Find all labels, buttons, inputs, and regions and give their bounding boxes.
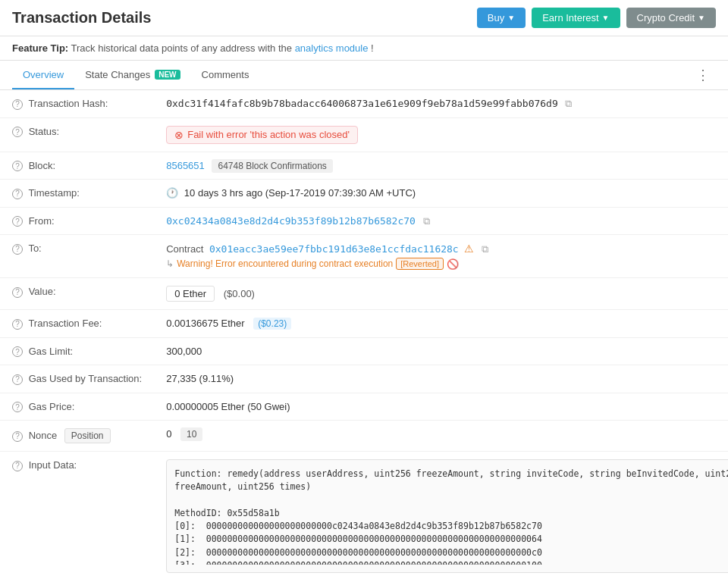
stop-icon: 🚫 (447, 258, 459, 270)
copy-tx-hash-icon[interactable]: ⧉ (565, 98, 576, 108)
page-title: Transaction Details (12, 9, 151, 27)
status-fail-badge: ⊗ Fail with error 'this action was close… (166, 126, 358, 144)
gas-used-help-icon[interactable]: ? (12, 374, 23, 385)
nonce-position-value: 10 (180, 427, 202, 441)
input-data-label-cell: ? Input Data: (0, 452, 154, 577)
status-help-icon[interactable]: ? (12, 127, 23, 137)
tab-state-changes[interactable]: State Changes NEW (74, 61, 190, 89)
tx-hash-label-cell: ? Transaction Hash: (0, 90, 154, 117)
tx-fee-label: Transaction Fee: (28, 318, 102, 329)
block-label-cell: ? Block: (0, 152, 154, 180)
from-value-cell: 0xc02434a0843e8d2d4c9b353f89b12b87b6582c… (154, 207, 728, 235)
from-label-cell: ? From: (0, 207, 154, 235)
gas-used-value: 27,335 (9.11%) (166, 373, 234, 384)
block-confirmations: 64748 Block Confirmations (212, 159, 332, 173)
tx-fee-value-cell: 0.00136675 Ether ($0.23) (154, 310, 728, 338)
block-row: ? Block: 8565651 64748 Block Confirmatio… (0, 152, 728, 180)
gas-limit-label: Gas Limit: (29, 346, 74, 357)
nonce-help-icon[interactable]: ? (12, 431, 23, 442)
input-data-content: Function: remedy(address userAddress, ui… (174, 468, 728, 565)
block-number-link[interactable]: 8565651 (166, 160, 205, 171)
copy-from-icon[interactable]: ⧉ (423, 215, 434, 226)
input-data-text: Function: remedy(address userAddress, ui… (174, 468, 728, 565)
input-data-help-icon[interactable]: ? (12, 461, 23, 471)
tx-fee-help-icon[interactable]: ? (12, 319, 23, 330)
analytics-module-link[interactable]: analytics module (295, 42, 369, 54)
tab-comments-label: Comments (202, 69, 249, 80)
gas-price-label-cell: ? Gas Price: (0, 393, 154, 421)
value-help-icon[interactable]: ? (12, 287, 23, 298)
feature-tip: Feature Tip: Track historical data point… (0, 36, 728, 61)
feature-tip-text: Track historical data points of any addr… (71, 42, 295, 54)
feature-tip-prefix: Feature Tip: (12, 42, 68, 54)
nonce-position-button[interactable]: Position (64, 428, 111, 443)
tx-hash-help-icon[interactable]: ? (12, 99, 23, 110)
tx-fee-usd: ($0.23) (253, 318, 291, 330)
gas-used-value-cell: 27,335 (9.11%) (154, 365, 728, 393)
buy-label: Buy (488, 12, 504, 23)
block-label: Block: (29, 160, 55, 171)
tab-comments[interactable]: Comments (191, 61, 260, 89)
value-label: Value: (29, 286, 56, 297)
crypto-label: Crypto Credit (637, 12, 695, 23)
feature-tip-suffix: ! (371, 42, 374, 54)
gas-limit-row: ? Gas Limit: 300,000 (0, 337, 728, 365)
from-row: ? From: 0xc02434a0843e8d2d4c9b353f89b12b… (0, 207, 728, 235)
from-help-icon[interactable]: ? (12, 216, 23, 227)
timestamp-help-icon[interactable]: ? (12, 189, 23, 199)
gas-limit-value-cell: 300,000 (154, 337, 728, 365)
to-value-cell: Contract 0x01eacc3ae59ee7fbbc191d63e8e1c… (154, 235, 728, 278)
from-address-link[interactable]: 0xc02434a0843e8d2d4c9b353f89b12b87b6582c… (166, 215, 416, 227)
timestamp-value-cell: 🕐 10 days 3 hrs ago (Sep-17-2019 07:39:3… (154, 180, 728, 208)
earn-chevron-icon: ▼ (602, 14, 610, 22)
gas-limit-label-cell: ? Gas Limit: (0, 337, 154, 365)
tx-hash-row: ? Transaction Hash: 0xdc31f414fafc8b9b78… (0, 90, 728, 117)
gas-limit-value: 300,000 (166, 346, 202, 357)
earn-interest-button[interactable]: Earn Interest ▼ (532, 8, 620, 28)
copy-contract-icon[interactable]: ⧉ (482, 243, 492, 254)
tabs-bar: Overview State Changes NEW Comments ⋮ (0, 61, 728, 90)
to-help-icon[interactable]: ? (12, 244, 23, 255)
gas-used-label-cell: ? Gas Used by Transaction: (0, 365, 154, 393)
timestamp-label-cell: ? Timestamp: (0, 180, 154, 208)
to-row: ? To: Contract 0x01eacc3ae59ee7fbbc191d6… (0, 235, 728, 278)
gas-limit-help-icon[interactable]: ? (12, 346, 23, 357)
input-data-box[interactable]: Function: remedy(address userAddress, ui… (166, 459, 728, 573)
block-help-icon[interactable]: ? (12, 161, 23, 171)
tab-more-button[interactable]: ⋮ (690, 61, 716, 89)
contract-warning-row: ↳ Warning! Error encountered during cont… (166, 258, 728, 270)
status-fail-text: Fail with error 'this action was closed' (187, 129, 350, 140)
nonce-value-cell: 0 10 (154, 421, 728, 452)
gas-price-row: ? Gas Price: 0.00000005 Ether (50 Gwei) (0, 393, 728, 421)
gas-price-help-icon[interactable]: ? (12, 402, 23, 412)
tx-hash-label: Transaction Hash: (28, 98, 108, 109)
tab-overview-label: Overview (23, 69, 64, 80)
crypto-credit-button[interactable]: Crypto Credit ▼ (626, 8, 716, 28)
value-ether: 0 Ether (166, 286, 215, 302)
value-value-cell: 0 Ether ($0.00) (154, 278, 728, 310)
warning-arrow: ↳ (166, 258, 174, 269)
nonce-value: 0 (166, 428, 171, 440)
buy-button[interactable]: Buy ▼ (477, 8, 526, 28)
tab-overview[interactable]: Overview (12, 61, 74, 89)
to-label: To: (28, 243, 41, 254)
timestamp-row: ? Timestamp: 🕐 10 days 3 hrs ago (Sep-17… (0, 180, 728, 208)
nonce-label: Nonce (29, 430, 58, 441)
reverted-badge: [Reverted] (396, 258, 444, 270)
gas-used-row: ? Gas Used by Transaction: 27,335 (9.11%… (0, 365, 728, 393)
block-value-cell: 8565651 64748 Block Confirmations (154, 152, 728, 180)
value-row: ? Value: 0 Ether ($0.00) (0, 278, 728, 310)
contract-address-link[interactable]: 0x01eacc3ae59ee7fbbc191d63e8e1ccfdac1162… (209, 243, 459, 255)
from-label: From: (29, 215, 55, 227)
new-badge: NEW (155, 70, 180, 80)
status-value-cell: ⊗ Fail with error 'this action was close… (154, 117, 728, 152)
tx-fee-amount: 0.00136675 Ether (166, 318, 244, 329)
tx-fee-row: ? Transaction Fee: 0.00136675 Ether ($0.… (0, 310, 728, 338)
to-contract-row: Contract 0x01eacc3ae59ee7fbbc191d63e8e1c… (166, 243, 728, 255)
top-bar-buttons: Buy ▼ Earn Interest ▼ Crypto Credit ▼ (477, 8, 716, 28)
value-usd: ($0.00) (224, 288, 255, 299)
warning-text: Warning! Error encountered during contra… (177, 258, 393, 269)
crypto-chevron-icon: ▼ (698, 14, 705, 22)
earn-label: Earn Interest (542, 12, 598, 23)
fail-circle-icon: ⊗ (174, 129, 184, 141)
